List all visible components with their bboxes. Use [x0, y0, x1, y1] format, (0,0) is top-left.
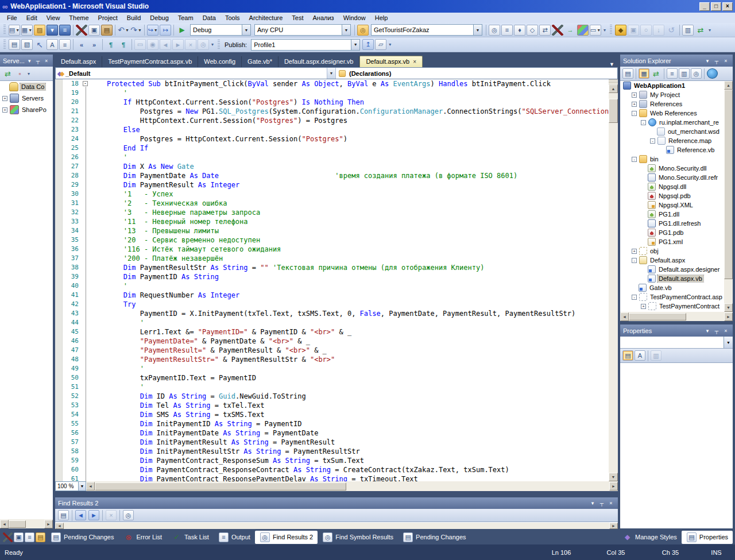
chevron-down-icon[interactable]: ▼ — [473, 25, 482, 35]
indicator-margin[interactable] — [55, 153, 63, 162]
save-all-icon[interactable]: ≡ — [59, 25, 71, 36]
menu-item-анализ[interactable]: Анализ — [308, 14, 338, 22]
collapse-icon[interactable]: - — [632, 295, 637, 300]
code-line[interactable]: 45 Lerr1.Text &= "PaymentID=" & PaymentI… — [55, 327, 609, 337]
publish-profile-combo[interactable]: Profile1▼ — [251, 39, 360, 51]
scroll-up-icon[interactable]: ▲ — [724, 81, 733, 90]
code-line[interactable]: 23 Else — [55, 125, 609, 134]
toolbar-overflow-icon[interactable]: ▾ — [707, 28, 713, 33]
window-position-icon[interactable]: ▾ — [26, 57, 33, 65]
toolbox-icon[interactable] — [3, 532, 13, 542]
code-line[interactable]: 18- Protected Sub btInitPayment_Click(By… — [55, 79, 609, 88]
tree-item[interactable]: Npgsql.dll — [620, 182, 733, 191]
auto-hide-pin-icon[interactable]: ┬ — [34, 57, 42, 65]
scroll-right-icon[interactable]: ► — [724, 312, 733, 321]
tree-item[interactable]: Default.aspx.vb — [620, 274, 733, 283]
data-edit-icon[interactable]: ◆ — [615, 25, 626, 36]
chevron-down-icon[interactable]: ▼ — [342, 25, 350, 35]
window-position-icon[interactable]: ▾ — [589, 499, 597, 507]
indicator-margin[interactable] — [55, 190, 63, 199]
menu-item-window[interactable]: Window — [339, 14, 370, 22]
tree-item[interactable]: Mono.Security.dll — [620, 164, 733, 173]
copy-web-site-icon[interactable]: ▣ — [628, 25, 639, 36]
code-line[interactable]: 41 Dim RequestNumber As Integer — [55, 291, 609, 300]
scroll-right-icon[interactable]: ► — [609, 523, 618, 529]
code-line[interactable]: 55 Dim InitPaymentID As String = Payment… — [55, 419, 609, 428]
code-line[interactable]: 47 "PaymentResult=" & PaymentResult & "<… — [55, 346, 609, 355]
menu-item-help[interactable]: Help — [370, 14, 393, 22]
tree-item[interactable]: +References — [620, 99, 733, 109]
code-line[interactable]: 20 If HttpContext.Current.Session("Postg… — [55, 98, 609, 107]
indicator-margin[interactable] — [55, 346, 63, 355]
code-line[interactable]: 31 '2 - Техническая ошибка — [55, 199, 609, 208]
tree-hscrollbar[interactable]: ◄ ► — [620, 312, 733, 321]
scroll-left-icon[interactable]: ◄ — [0, 520, 9, 528]
view-code-icon[interactable]: ≡ — [667, 68, 678, 79]
tree-item[interactable]: Default.aspx.designer — [620, 265, 733, 274]
code-line[interactable]: 61 Dim PaymentContract_ResponsePaymentDe… — [55, 474, 609, 481]
panel-tab-find-results-2[interactable]: ◎Find Results 2 — [255, 531, 318, 544]
properties-window-icon[interactable]: ≡ — [501, 25, 513, 36]
code-line[interactable]: 39 Dim PaymentID As String — [55, 272, 609, 281]
indicator-margin[interactable] — [55, 107, 63, 116]
minimize-button[interactable]: _ — [699, 2, 710, 11]
close-icon[interactable]: × — [42, 57, 50, 65]
categorized-icon[interactable]: ▤ — [622, 350, 633, 361]
color-window-icon[interactable] — [577, 25, 589, 36]
solution-configurations-combo[interactable]: Debug▼ — [190, 24, 251, 36]
panel-tab-pending-changes[interactable]: ▤Pending Changes — [398, 531, 470, 544]
scrollbar-thumb[interactable] — [609, 99, 618, 123]
document-tab-Default.aspx[interactable]: Default.aspx — [55, 56, 102, 67]
panel-tab-pending-changes[interactable]: ▤Pending Changes — [46, 531, 118, 544]
go-to-definition-icon[interactable]: → — [564, 25, 576, 36]
find-in-files-icon[interactable]: ◎ — [357, 25, 369, 36]
expand-icon[interactable]: + — [632, 102, 637, 107]
code-line[interactable]: 42 Try — [55, 300, 609, 309]
close-icon[interactable]: × — [607, 499, 615, 507]
collapse-icon[interactable]: - — [632, 157, 637, 162]
compare-files-icon[interactable]: ⇄ — [539, 25, 551, 36]
indicator-margin[interactable] — [55, 300, 63, 309]
tree-item[interactable]: PG1.dll — [620, 210, 733, 219]
tree-item[interactable]: +Servers — [0, 92, 53, 104]
indicator-margin[interactable] — [55, 235, 63, 245]
properties-grid[interactable] — [620, 363, 733, 528]
indicator-margin[interactable] — [55, 162, 63, 171]
find-combo[interactable]: GetTouristForZakaz▼ — [371, 24, 482, 36]
tree-item[interactable]: -TestPaymentContract.asp — [620, 292, 733, 302]
paste-icon[interactable]: ▤ — [101, 25, 113, 36]
tree-item[interactable]: Mono.Security.dll.refr — [620, 173, 733, 182]
indicator-margin[interactable] — [55, 272, 63, 281]
scrollbar-thumb[interactable] — [9, 520, 26, 528]
tree-item[interactable]: out_merchant.wsd — [620, 127, 733, 136]
increase-indent-icon[interactable]: » — [88, 39, 100, 50]
next-location-icon[interactable]: ► — [88, 510, 99, 520]
toolbar-overflow-icon[interactable]: ▾ — [387, 42, 393, 47]
code-line[interactable]: 44 ' — [55, 318, 609, 327]
tree-item[interactable]: +My Project — [620, 90, 733, 99]
menu-item-team[interactable]: Team — [173, 14, 198, 22]
undo-checkout-icon[interactable]: ↺ — [666, 25, 677, 36]
refresh-icon[interactable]: ⇄ — [651, 68, 662, 79]
collapse-icon[interactable]: - — [650, 138, 655, 144]
indicator-margin[interactable] — [55, 208, 63, 217]
refresh-icon[interactable]: ⇄ — [2, 68, 13, 79]
code-line[interactable]: 43 PaymentID = X.InitPayment(txTel.Text,… — [55, 309, 609, 318]
scroll-down-icon[interactable]: ▼ — [609, 473, 618, 481]
indicator-margin[interactable] — [55, 171, 63, 180]
scrollbar-thumb[interactable] — [629, 313, 686, 320]
find-selected-icon[interactable]: ◎ — [198, 39, 209, 50]
chevron-down-icon[interactable]: ▼ — [724, 337, 733, 348]
chevron-down-icon[interactable]: ▼ — [242, 25, 250, 35]
indicator-margin[interactable] — [55, 116, 63, 125]
indicator-margin[interactable] — [55, 180, 63, 190]
indicator-margin[interactable] — [55, 217, 63, 226]
code-line[interactable]: 30 '1 - Успех — [55, 190, 609, 199]
code-line[interactable]: 49 ' — [55, 364, 609, 373]
indicator-margin[interactable] — [55, 383, 63, 392]
uncomment-icon[interactable]: ¶ — [118, 39, 129, 50]
expand-icon[interactable]: + — [2, 107, 7, 113]
pointer-icon[interactable]: ↖ — [34, 39, 45, 50]
server-explorer-hscrollbar[interactable]: ◄ ► — [0, 519, 53, 528]
new-window-icon[interactable]: ▭▼ — [590, 25, 601, 36]
